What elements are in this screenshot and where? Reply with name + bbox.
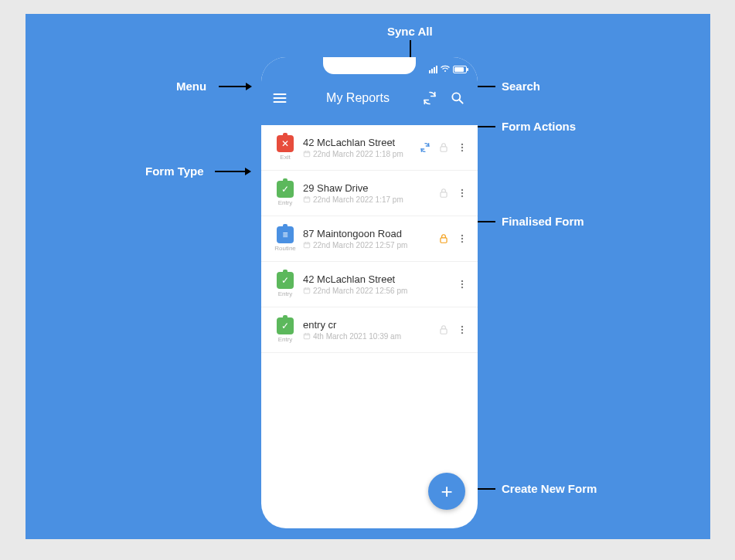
- report-title: 87 Maintongoon Road: [303, 228, 434, 239]
- status-bar-right: [429, 65, 467, 74]
- callout-form-type: Form Type: [145, 165, 204, 178]
- callout-finalised-form: Finalised Form: [502, 215, 584, 228]
- notch: [323, 57, 416, 74]
- lock-icon: [437, 324, 450, 336]
- search-button[interactable]: [445, 86, 470, 110]
- form-type-indicator: ≡ Routine: [267, 226, 303, 252]
- form-type-indicator: ✓ Entry: [267, 181, 303, 206]
- report-title: 29 Shaw Drive: [303, 182, 434, 194]
- form-type-label: Exit: [280, 154, 290, 161]
- form-type-indicator: ✓ Entry: [267, 317, 303, 343]
- arrow-form-type: [215, 171, 250, 172]
- menu-button[interactable]: [267, 86, 292, 110]
- report-row[interactable]: ≡ Routine 87 Maintongoon Road 22nd March…: [261, 216, 478, 262]
- lock-icon: [437, 141, 450, 154]
- svg-point-16: [461, 241, 463, 243]
- form-type-icon: ≡: [277, 226, 294, 243]
- more-actions-button[interactable]: [456, 278, 468, 290]
- form-type-label: Entry: [278, 199, 293, 206]
- callout-create-new-form: Create New Form: [502, 482, 597, 495]
- report-date: 22nd March 2022 12:57 pm: [303, 241, 434, 250]
- lock-icon: [437, 232, 450, 245]
- row-actions: [416, 141, 471, 154]
- row-actions: [434, 232, 471, 245]
- report-meta: 42 McLachlan Street 22nd March 2022 12:5…: [303, 273, 453, 296]
- form-type-label: Entry: [278, 336, 293, 343]
- svg-rect-12: [304, 243, 310, 248]
- calendar-icon: [303, 150, 311, 159]
- form-type-icon: ✓: [277, 317, 294, 334]
- create-new-form-fab[interactable]: +: [428, 473, 465, 510]
- report-meta: 87 Maintongoon Road 22nd March 2022 12:5…: [303, 228, 434, 250]
- report-date: 22nd March 2022 12:56 pm: [303, 287, 453, 296]
- report-date-text: 22nd March 2022 12:56 pm: [313, 287, 407, 295]
- form-type-label: Entry: [278, 290, 293, 297]
- report-title: 42 McLachlan Street: [303, 273, 453, 285]
- calendar-icon: [303, 195, 311, 205]
- plus-icon: +: [441, 480, 452, 504]
- svg-rect-7: [304, 197, 310, 202]
- wifi-icon: [441, 65, 450, 74]
- report-row[interactable]: ✓ Entry 42 McLachlan Street 22nd March 2…: [261, 262, 478, 307]
- report-row[interactable]: ✓ Entry entry cr 4th March 2021 10:39 am: [261, 307, 478, 353]
- svg-point-23: [461, 326, 463, 328]
- toolbar: My Reports: [261, 79, 478, 117]
- svg-point-6: [461, 150, 463, 151]
- report-row[interactable]: ✓ Entry 29 Shaw Drive 22nd March 2022 1:…: [261, 171, 478, 216]
- report-date-text: 22nd March 2022 1:17 pm: [313, 195, 403, 204]
- header-bar: My Reports: [261, 57, 478, 125]
- more-actions-button[interactable]: [456, 232, 468, 245]
- svg-rect-22: [441, 329, 447, 334]
- callout-sync-all: Sync All: [387, 25, 433, 38]
- row-actions: [434, 187, 471, 199]
- callout-menu: Menu: [176, 80, 206, 93]
- svg-rect-17: [304, 288, 310, 294]
- signal-icon: [429, 66, 437, 73]
- svg-point-20: [461, 287, 463, 288]
- svg-rect-13: [441, 238, 447, 243]
- callout-form-actions: Form Actions: [502, 120, 576, 133]
- report-row[interactable]: ✕ Exit 42 McLachlan Street 22nd March 20…: [261, 125, 478, 171]
- more-actions-button[interactable]: [456, 324, 468, 336]
- sync-icon[interactable]: [419, 141, 431, 154]
- callout-search: Search: [502, 80, 540, 93]
- svg-point-5: [461, 147, 463, 148]
- svg-point-25: [461, 332, 463, 334]
- sync-all-button[interactable]: [417, 86, 442, 110]
- form-type-indicator: ✓ Entry: [267, 272, 303, 297]
- svg-point-9: [461, 189, 463, 191]
- report-list[interactable]: ✕ Exit 42 McLachlan Street 22nd March 20…: [261, 125, 478, 353]
- report-date: 22nd March 2022 1:18 pm: [303, 150, 416, 159]
- row-actions: [453, 278, 471, 290]
- report-date-text: 22nd March 2022 1:18 pm: [313, 150, 403, 158]
- more-actions-button[interactable]: [456, 141, 468, 154]
- report-title: entry cr: [303, 319, 434, 331]
- lock-icon: [437, 187, 450, 199]
- svg-point-24: [461, 329, 463, 331]
- svg-rect-8: [441, 192, 447, 197]
- svg-rect-2: [304, 151, 310, 157]
- more-actions-button[interactable]: [456, 187, 468, 199]
- svg-point-18: [461, 280, 463, 282]
- svg-point-19: [461, 283, 463, 285]
- form-type-icon: ✕: [277, 135, 294, 152]
- svg-point-10: [461, 192, 463, 194]
- row-actions: [434, 324, 471, 336]
- page-title: My Reports: [298, 91, 417, 105]
- calendar-icon: [303, 241, 311, 250]
- svg-point-11: [461, 195, 463, 197]
- phone-screen: My Reports ✕ Exit: [261, 57, 478, 528]
- calendar-icon: [303, 287, 311, 296]
- svg-rect-3: [441, 147, 447, 151]
- arrow-menu: [219, 86, 251, 87]
- svg-point-0: [444, 70, 446, 72]
- report-date-text: 22nd March 2022 12:57 pm: [313, 241, 407, 249]
- phone-frame: My Reports ✕ Exit: [261, 57, 478, 528]
- report-date: 22nd March 2022 1:17 pm: [303, 195, 434, 205]
- form-type-indicator: ✕ Exit: [267, 135, 303, 161]
- form-type-label: Routine: [274, 245, 296, 252]
- battery-icon: [453, 66, 467, 73]
- report-meta: 29 Shaw Drive 22nd March 2022 1:17 pm: [303, 182, 434, 205]
- svg-point-14: [461, 235, 463, 236]
- report-title: 42 McLachlan Street: [303, 137, 416, 148]
